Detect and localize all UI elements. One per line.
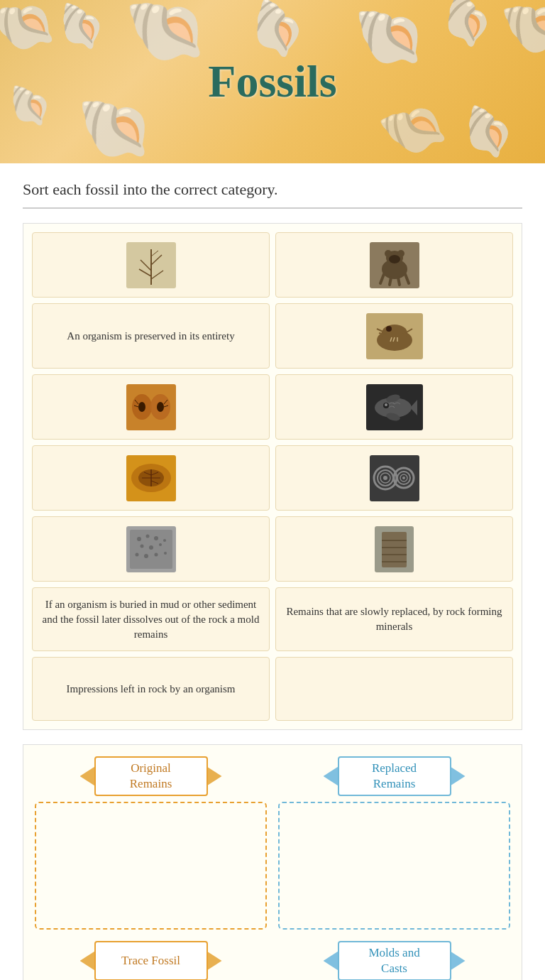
shell-decoration: 🐚 [75,89,156,163]
fossil-cell-dinosaur[interactable] [275,303,513,369]
fossil-svg-fish [366,384,423,430]
shell-decoration: 🐚 [4,82,54,130]
fossil-image-fish [366,382,423,432]
fossil-image-dinosaur [366,311,423,361]
shell-decoration: 🐚 [454,99,522,163]
sort-grid: An organism is preserved in its entirety [23,223,522,730]
replaced-remains-label: ReplacedRemains [338,756,451,796]
svg-point-40 [385,403,387,406]
trace-fossil-banner: Trace Fossil [80,941,222,980]
replaced-remains-dropzone[interactable] [278,802,510,930]
fossil-image-plant [123,240,180,290]
svg-point-64 [145,534,149,538]
replaced-remains-banner: ReplacedRemains [324,756,466,796]
section-divider [23,207,522,209]
fossil-cell-petrified[interactable] [275,516,513,582]
fossil-svg-dino [366,313,423,359]
svg-point-71 [144,554,148,558]
main-content: Sort each fossil into the correct catego… [0,163,545,980]
molds-casts-banner: Molds andCasts [324,941,466,980]
fossil-svg-plant [126,242,176,288]
category-replaced-remains: ReplacedRemains [278,756,510,930]
page-title: Fossils [208,55,336,108]
shell-decoration: 🐚 [373,88,455,163]
original-remains-dropzone[interactable] [35,802,267,930]
trace-fossil-label: Trace Fossil [94,941,208,980]
fossil-svg-petrified [375,526,414,572]
categories-grid: OriginalRemains ReplacedRemains Trace [35,756,510,980]
category-molds-casts: Molds andCasts [278,941,510,980]
svg-point-20 [386,326,392,332]
svg-point-56 [383,476,387,480]
sort-instruction: Sort each fossil into the correct catego… [23,180,522,199]
svg-point-65 [154,536,158,540]
svg-point-66 [163,539,166,542]
fossil-cell-amber-bugs[interactable] [32,374,270,440]
fossil-svg-amber-leaf [126,455,176,501]
fossil-svg-bear [370,242,419,288]
fossil-svg-ammonite [370,455,419,501]
fossil-cell-impression[interactable] [32,516,270,582]
svg-point-60 [402,477,405,479]
svg-line-15 [398,278,400,285]
svg-point-73 [164,552,167,555]
fossil-image-amber-leaf [123,453,180,503]
fossil-image-amber-bugs [123,382,180,432]
preserved-text: An organism is preserved in its entirety [67,329,234,344]
svg-point-69 [159,543,162,546]
svg-point-10 [385,250,392,257]
svg-point-33 [157,402,164,412]
fossil-svg-amber-bugs [126,384,176,430]
fossil-image-petrified [366,524,423,574]
fossil-cell-fish[interactable] [275,374,513,440]
fossil-cell-amber-leaf[interactable] [32,445,270,511]
original-remains-banner: OriginalRemains [80,756,222,796]
svg-point-70 [135,552,138,556]
fossil-cell-bear[interactable] [275,232,513,298]
shell-decoration: 🐚 [431,0,502,55]
page-header: 🐚 🐚 🐚 🐚 🐚 🐚 🐚 🐚 🐚 🐚 🐚 Fossils [0,0,545,163]
replaced-text: Remains that are slowly replaced, by roc… [283,604,505,634]
original-remains-label: OriginalRemains [94,756,208,796]
shell-decoration: 🐚 [122,0,214,74]
category-original-remains: OriginalRemains [35,756,267,930]
molds-casts-label: Molds andCasts [338,941,451,980]
mold-text: If an organism is buried in mud or other… [40,597,262,642]
svg-point-30 [138,402,145,412]
shell-decoration: 🐚 [352,1,429,73]
shell-decoration: 🐚 [497,0,545,67]
svg-point-63 [137,537,141,541]
category-trace-fossil: Trace Fossil [35,941,267,980]
fossil-cell-ammonite[interactable] [275,445,513,511]
svg-point-68 [149,545,153,550]
svg-point-11 [397,250,404,257]
shell-decoration: 🐚 [52,0,111,55]
svg-point-72 [154,552,158,556]
shell-decoration: 🐚 [0,0,62,63]
svg-point-67 [140,544,143,548]
fossil-cell-plant[interactable] [32,232,270,298]
cell-text-preserved[interactable]: An organism is preserved in its entirety [32,303,270,369]
categories-section: OriginalRemains ReplacedRemains Trace [23,744,522,980]
fossil-image-bear [366,240,423,290]
fossil-svg-impression [126,526,176,572]
impressions-text: Impressions left in rock by an organism [66,682,235,697]
cell-text-impressions[interactable]: Impressions left in rock by an organism [32,657,270,721]
svg-point-12 [389,255,400,263]
fossil-image-impression [123,524,180,574]
fossil-image-ammonite [366,453,423,503]
cell-empty [275,657,513,721]
cell-text-replaced[interactable]: Remains that are slowly replaced, by roc… [275,587,513,651]
cell-text-mold[interactable]: If an organism is buried in mud or other… [32,587,270,651]
svg-line-14 [390,278,391,285]
